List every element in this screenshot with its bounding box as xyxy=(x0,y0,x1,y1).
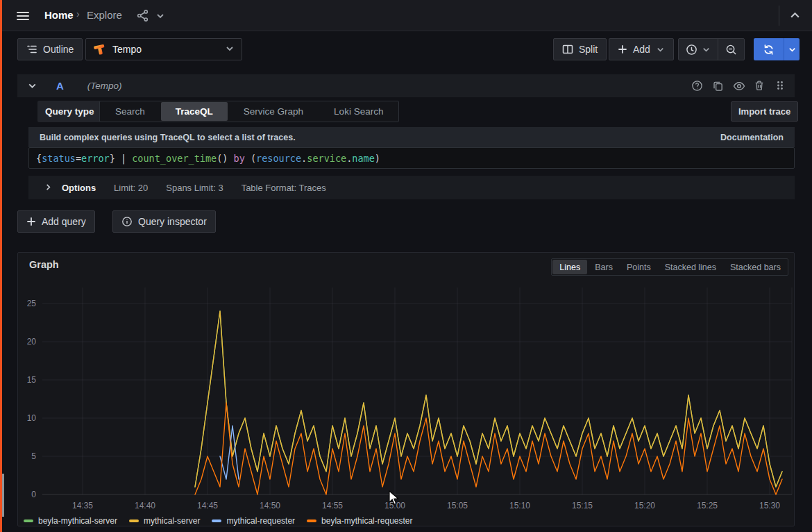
legend-label: mythical-server xyxy=(144,516,200,526)
duplicate-icon[interactable] xyxy=(712,80,724,92)
top-nav-bar: Home › Explore xyxy=(0,0,812,31)
drag-handle-icon[interactable] xyxy=(775,80,786,92)
query-token: . xyxy=(301,153,307,164)
query-inspector-button[interactable]: Query inspector xyxy=(112,210,216,233)
traceql-info-bar: Build complex queries using TraceQL to s… xyxy=(28,127,795,147)
refresh-chevron-icon xyxy=(788,45,797,54)
legend-item-beyla-mythical-server[interactable]: beyla-mythical-server xyxy=(24,516,117,526)
import-trace-button[interactable]: Import trace xyxy=(731,101,798,122)
options-toggle[interactable]: Options xyxy=(62,183,96,193)
legend-label: mythical-requester xyxy=(226,516,295,526)
graph-panel-title: Graph xyxy=(29,259,59,270)
query-token: service xyxy=(307,153,346,164)
split-button[interactable]: Split xyxy=(553,38,607,60)
query-token: resource xyxy=(256,153,301,164)
mode-stacked-lines[interactable]: Stacked lines xyxy=(658,259,723,275)
eye-icon[interactable] xyxy=(733,80,745,92)
query-datasource-hint: (Tempo) xyxy=(87,81,122,91)
svg-text:15:10: 15:10 xyxy=(509,501,530,510)
tab-search[interactable]: Search xyxy=(100,101,160,122)
query-token: . xyxy=(346,153,352,164)
legend-item-mythical-requester[interactable]: mythical-requester xyxy=(212,516,295,526)
legend-swatch xyxy=(307,519,316,522)
menu-icon[interactable] xyxy=(15,8,31,24)
clock-icon xyxy=(686,44,697,56)
svg-text:15:05: 15:05 xyxy=(447,501,468,510)
svg-text:14:40: 14:40 xyxy=(135,501,155,510)
svg-text:14:45: 14:45 xyxy=(197,501,218,510)
trash-icon[interactable] xyxy=(754,80,766,92)
query-inspector-label: Query inspector xyxy=(138,216,207,227)
legend-item-beyla-mythical-requester[interactable]: beyla-mythical-requester xyxy=(307,516,412,526)
svg-text:25: 25 xyxy=(27,299,37,308)
outline-icon xyxy=(26,44,37,55)
mode-lines[interactable]: Lines xyxy=(552,260,587,274)
svg-text:15:25: 15:25 xyxy=(697,501,718,510)
query-row-header[interactable]: A (Tempo) xyxy=(17,74,795,97)
tab-service-graph[interactable]: Service Graph xyxy=(228,101,319,122)
query-row-actions xyxy=(691,74,786,97)
legend-swatch xyxy=(129,519,139,522)
legend-swatch xyxy=(212,519,221,522)
tempo-logo-icon xyxy=(93,42,107,56)
svg-text:5: 5 xyxy=(31,451,36,461)
mode-bars[interactable]: Bars xyxy=(588,259,620,275)
refresh-interval-chevron[interactable] xyxy=(784,38,800,60)
grafana-explore-screen: Home › Explore Outline Tempo Split xyxy=(0,0,812,532)
datasource-picker[interactable]: Tempo xyxy=(85,38,242,60)
svg-text:20: 20 xyxy=(27,337,37,347)
refresh-icon xyxy=(763,44,775,56)
svg-text:15: 15 xyxy=(27,375,37,385)
query-token: } xyxy=(110,153,115,164)
outline-button[interactable]: Outline xyxy=(17,38,83,60)
query-token: = xyxy=(76,153,81,164)
time-chevron-icon xyxy=(702,45,711,54)
datasource-chevron-icon xyxy=(225,44,235,56)
plus-icon xyxy=(26,217,36,226)
query-token: count_over_time xyxy=(132,153,217,164)
query-token: error xyxy=(81,153,110,164)
graph-panel: Graph Lines Bars Points Stacked lines St… xyxy=(17,252,795,526)
share-dropdown-chevron-icon[interactable] xyxy=(155,11,165,21)
query-token: ( xyxy=(245,153,256,164)
svg-text:15:20: 15:20 xyxy=(634,501,655,510)
svg-text:15:00: 15:00 xyxy=(384,501,405,510)
query-token: { xyxy=(36,153,42,164)
query-collapse-chevron-icon[interactable] xyxy=(27,81,38,92)
query-type-tabs: Search TraceQL Service Graph Loki Search xyxy=(99,101,399,122)
legend-label: beyla-mythical-requester xyxy=(321,516,412,526)
query-token: status xyxy=(42,153,76,164)
mode-stacked-bars[interactable]: Stacked bars xyxy=(723,259,788,275)
tab-loki-search[interactable]: Loki Search xyxy=(319,101,398,122)
help-icon[interactable] xyxy=(691,80,703,92)
documentation-link[interactable]: Documentation xyxy=(720,133,784,142)
query-token: by xyxy=(234,153,245,164)
series-line-beyla-mythical-server xyxy=(195,311,782,487)
graph-canvas[interactable]: 051015202514:3514:4014:4514:5014:5515:00… xyxy=(18,274,794,513)
mode-points[interactable]: Points xyxy=(620,259,658,275)
breadcrumb-current: Explore xyxy=(87,9,122,21)
query-options-row[interactable]: Options Limit: 20 Spans Limit: 3 Table F… xyxy=(28,176,795,199)
query-token: | xyxy=(115,153,132,164)
zoom-out-button[interactable] xyxy=(718,39,744,60)
share-icon[interactable] xyxy=(136,9,149,22)
breadcrumb-home[interactable]: Home xyxy=(44,9,74,21)
time-picker-button[interactable] xyxy=(679,39,718,60)
legend-item-mythical-server[interactable]: mythical-server xyxy=(129,516,200,526)
options-chevron-icon[interactable] xyxy=(44,183,53,192)
collapse-chevron-up-icon[interactable] xyxy=(789,10,801,22)
query-token: name xyxy=(352,153,375,164)
svg-text:15:15: 15:15 xyxy=(572,501,593,510)
split-icon xyxy=(562,44,573,55)
query-type-label: Query type xyxy=(37,101,102,122)
query-ref-id[interactable]: A xyxy=(56,80,64,92)
refresh-button[interactable] xyxy=(754,38,784,60)
add-query-button[interactable]: Add query xyxy=(17,210,95,233)
traceql-query-editor[interactable]: {status=error} | count_over_time() by (r… xyxy=(28,147,795,169)
add-button[interactable]: Add xyxy=(609,38,674,60)
add-chevron-icon xyxy=(656,45,665,54)
add-label: Add xyxy=(633,44,650,55)
tab-traceql[interactable]: TraceQL xyxy=(161,102,228,121)
screen-edge-artifact xyxy=(2,474,4,517)
query-token: () xyxy=(217,153,233,164)
